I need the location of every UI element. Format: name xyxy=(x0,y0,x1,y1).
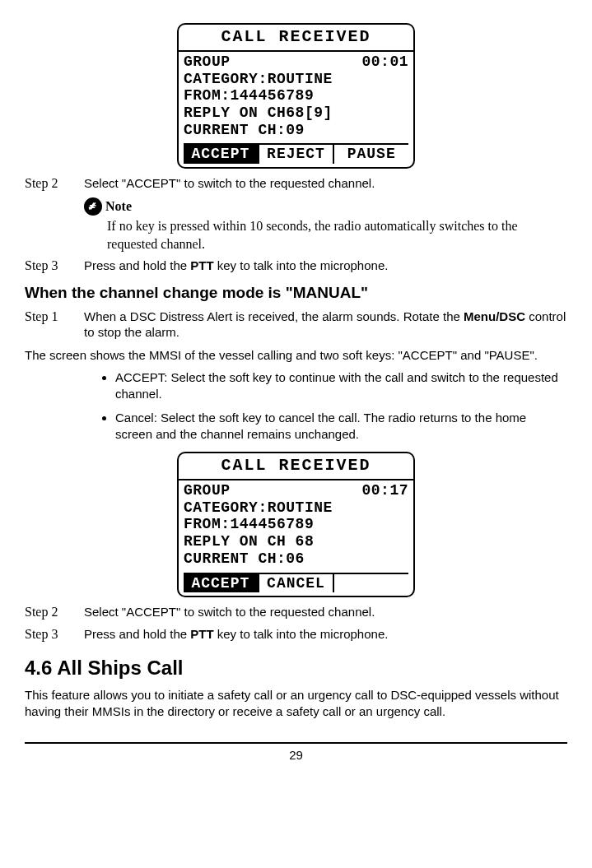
page-footer: 29 xyxy=(25,742,567,764)
text-pre: When a DSC Distress Alert is received, t… xyxy=(84,309,464,323)
softkey-reject: REJECT xyxy=(259,145,335,164)
manual-step1-para2: The screen shows the MMSI of the vessel … xyxy=(25,347,567,364)
page-number: 29 xyxy=(289,748,303,762)
time-value: 00:01 xyxy=(361,53,408,71)
step-label: Step 3 xyxy=(25,258,84,275)
line-group-time: GROUP 00:17 xyxy=(184,482,408,499)
section-body: This feature allows you to initiate a sa… xyxy=(25,687,567,719)
ptt-bold: PTT xyxy=(190,627,213,641)
screen2-title: CALL RECEIVED xyxy=(179,453,413,480)
manual-step3: Step 3 Press and hold the PTT key to tal… xyxy=(25,626,567,643)
radio-screen-2: CALL RECEIVED GROUP 00:17 CATEGORY:ROUTI… xyxy=(177,452,415,597)
section-heading: 4.6 All Ships Call xyxy=(25,655,567,680)
manual-step1: Step 1 When a DSC Distress Alert is rece… xyxy=(25,309,567,341)
screen1-body: GROUP 00:01 CATEGORY:ROUTINE FROM:144456… xyxy=(179,52,413,164)
softkey-accept: ACCEPT xyxy=(184,574,259,593)
step-label: Step 3 xyxy=(25,626,84,643)
line-category: CATEGORY:ROUTINE xyxy=(184,499,408,517)
softkey-cancel: CANCEL xyxy=(259,574,335,593)
line-from: FROM:144456789 xyxy=(184,87,408,104)
softkey-blank xyxy=(334,574,408,593)
radio-screen-1: CALL RECEIVED GROUP 00:01 CATEGORY:ROUTI… xyxy=(177,23,415,169)
ptt-bold: PTT xyxy=(190,258,213,272)
step-text: Select "ACCEPT" to switch to the request… xyxy=(84,604,567,621)
softkey-pause: PAUSE xyxy=(334,145,408,164)
step-text: Select "ACCEPT" to switch to the request… xyxy=(84,175,567,193)
line-reply: REPLY ON CH 68 xyxy=(184,533,408,550)
manual-step2: Step 2 Select "ACCEPT" to switch to the … xyxy=(25,604,567,621)
note-label: Note xyxy=(105,198,132,216)
screen1-title: CALL RECEIVED xyxy=(179,25,413,52)
menu-dsc-bold: Menu/DSC xyxy=(464,309,525,323)
auto-step2: Step 2 Select "ACCEPT" to switch to the … xyxy=(25,175,567,193)
note-body: If no key is pressed within 10 seconds, … xyxy=(107,217,567,253)
step-text: When a DSC Distress Alert is received, t… xyxy=(84,309,567,341)
group-label: GROUP xyxy=(184,482,231,499)
text-post: key to talk into the microphone. xyxy=(214,627,389,641)
softkey-row: ACCEPT CANCEL xyxy=(184,573,408,593)
step-label: Step 1 xyxy=(25,309,84,341)
manual-heading: When the channel change mode is "MANUAL" xyxy=(25,283,567,304)
text-pre: Press and hold the xyxy=(84,258,190,272)
bullet-list: ACCEPT: Select the soft key to continue … xyxy=(25,369,567,442)
softkey-accept: ACCEPT xyxy=(184,145,259,164)
step-label: Step 2 xyxy=(25,604,84,621)
bullet-cancel: Cancel: Select the soft key to cancel th… xyxy=(115,410,567,442)
text-post: key to talk into the microphone. xyxy=(214,258,389,272)
text-pre: Press and hold the xyxy=(84,627,190,641)
line-current: CURRENT CH:09 xyxy=(184,122,408,139)
step-text: Press and hold the PTT key to talk into … xyxy=(84,258,567,275)
note-icon xyxy=(84,197,102,216)
softkey-row: ACCEPT REJECT PAUSE xyxy=(184,143,408,164)
step-text: Press and hold the PTT key to talk into … xyxy=(84,626,567,643)
line-category: CATEGORY:ROUTINE xyxy=(184,71,408,88)
step-label: Step 2 xyxy=(25,175,84,193)
line-reply: REPLY ON CH68[9] xyxy=(184,104,408,122)
line-from: FROM:144456789 xyxy=(184,516,408,533)
line-current: CURRENT CH:06 xyxy=(184,550,408,568)
time-value: 00:17 xyxy=(361,482,408,499)
line-group-time: GROUP 00:01 xyxy=(184,53,408,71)
bullet-accept: ACCEPT: Select the soft key to continue … xyxy=(115,369,567,402)
note-row: Note xyxy=(84,197,567,216)
group-label: GROUP xyxy=(184,53,231,71)
auto-step3: Step 3 Press and hold the PTT key to tal… xyxy=(25,258,567,275)
screen2-body: GROUP 00:17 CATEGORY:ROUTINE FROM:144456… xyxy=(179,480,413,592)
